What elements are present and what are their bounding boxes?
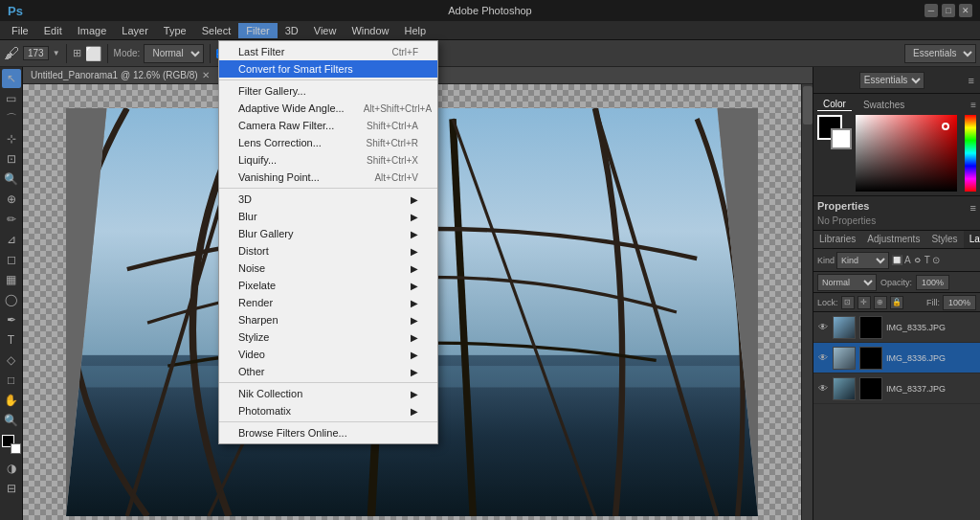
tool-move[interactable]: ↖ bbox=[2, 69, 21, 88]
tab-libraries[interactable]: Libraries bbox=[813, 231, 861, 248]
tool-gradient[interactable]: ▦ bbox=[2, 270, 21, 289]
background-swatch[interactable] bbox=[831, 128, 852, 149]
filter-adaptive-wide[interactable]: Adaptive Wide Angle... Alt+Shift+Ctrl+A bbox=[219, 100, 437, 117]
menu-file[interactable]: File bbox=[4, 23, 36, 38]
scrollbar-thumb-v[interactable] bbox=[803, 86, 813, 124]
layer-row-2[interactable]: 👁 IMG_8337.JPG bbox=[813, 373, 980, 404]
canvas-close[interactable]: ✕ bbox=[202, 70, 210, 80]
filter-3d[interactable]: 3D ▶ bbox=[219, 191, 437, 208]
filter-noise[interactable]: Noise ▶ bbox=[219, 260, 437, 277]
filter-camera-raw[interactable]: Camera Raw Filter... Shift+Ctrl+A bbox=[219, 117, 437, 134]
tool-pen[interactable]: ✒ bbox=[2, 310, 21, 329]
layer-row-1[interactable]: 👁 IMG_8336.JPG bbox=[813, 343, 980, 373]
filter-vanishing-point[interactable]: Vanishing Point... Alt+Ctrl+V bbox=[219, 169, 437, 186]
layers-list: 👁 IMG_8335.JPG 👁 bbox=[813, 312, 980, 520]
tool-lasso[interactable]: ⌒ bbox=[2, 109, 21, 128]
tool-heal[interactable]: ⊕ bbox=[2, 190, 21, 209]
color-tab[interactable]: Color bbox=[817, 98, 852, 111]
tool-zoom[interactable]: 🔍 bbox=[2, 411, 21, 430]
swatches-tab[interactable]: Swatches bbox=[858, 99, 910, 111]
tool-screen-mode[interactable]: ⊟ bbox=[2, 479, 21, 498]
filter-render[interactable]: Render ▶ bbox=[219, 294, 437, 311]
filter-blur-gallery[interactable]: Blur Gallery ▶ bbox=[219, 225, 437, 242]
minimize-button[interactable]: ─ bbox=[924, 4, 938, 17]
blend-mode-select[interactable]: Normal bbox=[817, 274, 877, 291]
lock-artboard-btn[interactable]: ⊕ bbox=[874, 296, 887, 309]
menu-window[interactable]: Window bbox=[344, 23, 396, 38]
filter-stylize[interactable]: Stylize ▶ bbox=[219, 328, 437, 346]
layer-row-0[interactable]: 👁 IMG_8335.JPG bbox=[813, 312, 980, 343]
tab-adjustments[interactable]: Adjustments bbox=[861, 231, 925, 248]
opacity-input[interactable] bbox=[916, 275, 949, 290]
background-color[interactable] bbox=[11, 443, 21, 454]
filter-last-filter[interactable]: Last Filter Ctrl+F bbox=[219, 43, 437, 60]
layer-visibility-1[interactable]: 👁 bbox=[817, 352, 829, 364]
tool-eraser[interactable]: ◻ bbox=[2, 250, 21, 269]
color-panel-menu[interactable]: ≡ bbox=[970, 100, 976, 110]
fill-input[interactable] bbox=[943, 295, 976, 310]
properties-menu[interactable]: ≡ bbox=[970, 202, 976, 214]
canvas-title: Untitled_Panorama1 @ 12.6% (RGB/8) bbox=[31, 70, 198, 80]
tool-quick-mask[interactable]: ◑ bbox=[2, 459, 21, 478]
tab-styles[interactable]: Styles bbox=[925, 231, 963, 248]
tool-hand[interactable]: ✋ bbox=[2, 391, 21, 410]
workspace-select[interactable]: Essentials bbox=[859, 72, 924, 89]
layer-visibility-0[interactable]: 👁 bbox=[817, 322, 829, 333]
essentials-select[interactable]: Essentials bbox=[904, 44, 976, 63]
tool-brush[interactable]: ✏ bbox=[2, 210, 21, 229]
filter-lens-correction[interactable]: Lens Correction... Shift+Ctrl+R bbox=[219, 134, 437, 151]
menu-layer[interactable]: Layer bbox=[114, 23, 156, 38]
filter-video[interactable]: Video ▶ bbox=[219, 346, 437, 363]
filter-blur[interactable]: Blur ▶ bbox=[219, 208, 437, 225]
filter-distort[interactable]: Distort ▶ bbox=[219, 242, 437, 260]
menu-view[interactable]: View bbox=[306, 23, 345, 38]
lock-position-btn[interactable]: ✛ bbox=[858, 296, 871, 309]
close-button[interactable]: ✕ bbox=[959, 4, 972, 17]
tool-crop[interactable]: ⊡ bbox=[2, 149, 21, 169]
kind-select[interactable]: Kind bbox=[836, 252, 889, 269]
layer-visibility-2[interactable]: 👁 bbox=[817, 383, 829, 395]
menu-3d[interactable]: 3D bbox=[278, 23, 306, 38]
tool-path[interactable]: ◇ bbox=[2, 350, 21, 370]
layers-section: Libraries Adjustments Styles Layers ≡ Ki… bbox=[813, 231, 980, 520]
filter-pixelate[interactable]: Pixelate ▶ bbox=[219, 277, 437, 294]
layers-kind-row: Kind Kind 🔲 A ⭘ T ⊙ bbox=[813, 249, 980, 272]
kind-label: Kind bbox=[817, 256, 835, 265]
kind-icon-2[interactable]: A bbox=[904, 255, 911, 265]
menu-edit[interactable]: Edit bbox=[36, 23, 70, 38]
tab-layers[interactable]: Layers bbox=[964, 231, 980, 248]
menu-type[interactable]: Type bbox=[156, 23, 194, 38]
kind-icon-5[interactable]: ⊙ bbox=[932, 255, 940, 265]
right-panel-btn[interactable]: ≡ bbox=[969, 75, 974, 86]
lock-all-btn[interactable]: 🔒 bbox=[890, 296, 903, 309]
filter-photomatix[interactable]: Photomatix ▶ bbox=[219, 402, 437, 419]
kind-icon-3[interactable]: ⭘ bbox=[913, 255, 923, 265]
kind-icon-1[interactable]: 🔲 bbox=[891, 255, 902, 265]
tool-text[interactable]: T bbox=[2, 330, 21, 350]
filter-other[interactable]: Other ▶ bbox=[219, 363, 437, 380]
tool-eyedropper[interactable]: 🔍 bbox=[2, 170, 21, 189]
layer-thumb-0 bbox=[833, 316, 856, 339]
lock-pixels-btn[interactable]: ⊡ bbox=[841, 296, 855, 309]
tool-clone[interactable]: ⊿ bbox=[2, 230, 21, 249]
maximize-button[interactable]: □ bbox=[942, 4, 955, 17]
filter-liquify[interactable]: Liquify... Shift+Ctrl+X bbox=[219, 151, 437, 169]
menu-filter[interactable]: Filter bbox=[238, 23, 277, 38]
filter-convert-smart[interactable]: Convert for Smart Filters bbox=[219, 60, 437, 78]
scrollbar-vertical[interactable] bbox=[801, 84, 813, 520]
menu-select[interactable]: Select bbox=[194, 23, 239, 38]
tool-shape[interactable]: □ bbox=[2, 371, 21, 390]
menu-help[interactable]: Help bbox=[397, 23, 434, 38]
hue-slider[interactable] bbox=[965, 115, 976, 192]
menu-image[interactable]: Image bbox=[70, 23, 115, 38]
color-picker-field[interactable] bbox=[856, 115, 957, 192]
filter-gallery[interactable]: Filter Gallery... bbox=[219, 82, 437, 100]
tool-dodge[interactable]: ◯ bbox=[2, 290, 21, 309]
tool-select[interactable]: ▭ bbox=[2, 89, 21, 108]
tool-magic-wand[interactable]: ⊹ bbox=[2, 129, 21, 148]
filter-sharpen[interactable]: Sharpen ▶ bbox=[219, 311, 437, 328]
kind-icon-4[interactable]: T bbox=[924, 255, 930, 265]
filter-browse-online[interactable]: Browse Filters Online... bbox=[219, 424, 437, 441]
mode-select[interactable]: Normal bbox=[144, 44, 204, 63]
filter-nik-collection[interactable]: Nik Collection ▶ bbox=[219, 385, 437, 402]
